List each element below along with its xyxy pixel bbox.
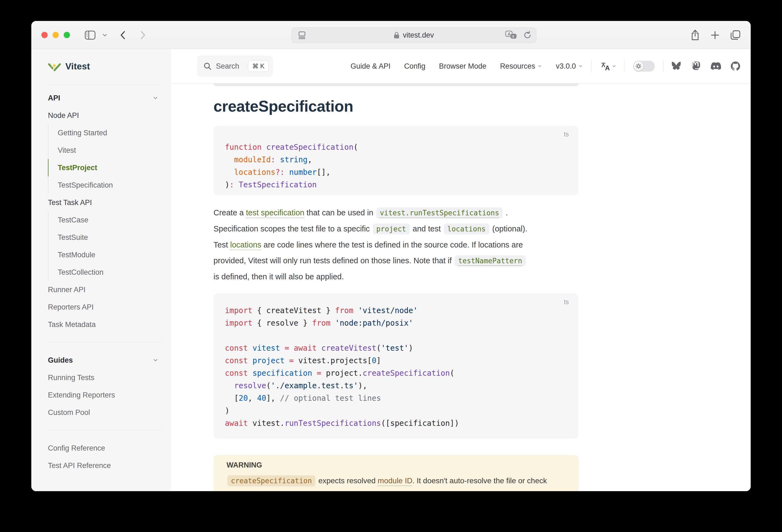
code-line: import { createVitest } from 'vitest/nod… (225, 305, 567, 317)
inline-link-module-id[interactable]: module ID (378, 476, 413, 485)
sidebar-item-custom-pool[interactable]: Custom Pool (31, 404, 171, 421)
doc-content: createSpecification ts function createSp… (171, 83, 751, 491)
github-icon[interactable] (730, 61, 741, 71)
warning-callout: WARNING createSpecification expects reso… (213, 455, 579, 491)
nav-link-v3-0-0[interactable]: v3.0.0 (556, 62, 583, 71)
sidebar-toggle-icon[interactable] (82, 21, 98, 49)
vitest-logo[interactable]: Vitest (48, 59, 90, 74)
text: provided, Vitest will only run tests def… (213, 256, 454, 265)
text: Create a (213, 208, 246, 217)
nav-link-config[interactable]: Config (404, 62, 425, 71)
sidebar-item-runner-api[interactable]: Runner API (31, 281, 171, 298)
nav-divider (625, 60, 625, 73)
sidebar-item-getting-started[interactable]: Getting Started (48, 124, 171, 142)
toolbar-chevron-down-icon[interactable] (100, 21, 110, 49)
window-controls (41, 32, 70, 38)
url-text[interactable]: vitest.dev (403, 31, 434, 39)
nav-divider (663, 60, 663, 73)
search-label: Search (216, 62, 244, 71)
page-title: createSpecification (213, 98, 579, 114)
sidebar-item-node-api[interactable]: Node API (31, 107, 171, 124)
sun-icon (634, 62, 643, 71)
code-line: const vitest = await createVitest('test'… (225, 342, 567, 354)
code-line (225, 329, 567, 342)
inline-code-locations: locations (444, 223, 489, 235)
vitest-logo-icon (48, 60, 61, 73)
code-line: const project = vitest.projects[0] (225, 354, 567, 367)
text: Specification scopes the test file to a … (213, 224, 372, 233)
sidebar-item-testspecification[interactable]: TestSpecification (48, 176, 171, 194)
zoom-window-button[interactable] (64, 32, 70, 38)
share-icon[interactable] (689, 21, 701, 49)
text: expects resolved (316, 476, 378, 485)
sidebar-item-test-api-reference[interactable]: Test API Reference (31, 457, 171, 474)
warning-title: WARNING (226, 460, 566, 470)
tab-overview-icon[interactable] (729, 21, 742, 49)
code-line: ): TestSpecification (225, 179, 567, 191)
discord-icon[interactable] (711, 61, 721, 71)
forward-button[interactable] (136, 21, 149, 49)
sidebar-item-test-task-api[interactable]: Test Task API (31, 194, 171, 211)
search-button[interactable]: Search ⌘ K (197, 56, 273, 77)
sidebar-item-testcase[interactable]: TestCase (48, 211, 171, 229)
svg-text:A: A (605, 64, 610, 71)
inline-code-project: project (373, 223, 410, 235)
sidebar-section-guides[interactable]: Guides (31, 352, 171, 369)
bluesky-icon[interactable] (671, 61, 682, 71)
inline-codelink-vitest-runtestspecifications[interactable]: vitest.runTestSpecifications (376, 208, 503, 218)
theme-toggle[interactable] (633, 61, 655, 72)
nav-link-browser-mode[interactable]: Browser Mode (439, 62, 486, 71)
minimize-window-button[interactable] (52, 32, 59, 38)
language-icon[interactable]: A (600, 61, 616, 71)
svg-text:x̄: x̄ (512, 34, 514, 38)
nav-link-guide-api[interactable]: Guide & API (350, 62, 390, 71)
sidebar-divider (48, 342, 164, 343)
docs-sidebar: Vitest APINode APIGetting StartedVitestT… (31, 49, 171, 491)
sidebar-item-task-metadata[interactable]: Task Metadata (31, 316, 171, 333)
translate-icon[interactable]: A x̄ (505, 31, 518, 40)
address-bar[interactable]: vitest.dev A x̄ (291, 27, 536, 43)
lock-icon (394, 32, 399, 39)
inline-codelink-testnamepattern[interactable]: testNamePattern (455, 255, 526, 266)
svg-text:A: A (507, 32, 511, 36)
sidebar-item-testmodule[interactable]: TestModule (48, 246, 171, 263)
sidebar-item-running-tests[interactable]: Running Tests (31, 369, 171, 386)
search-shortcut: ⌘ K (248, 61, 269, 72)
sidebar-item-testcollection[interactable]: TestCollection (48, 263, 171, 281)
code-line: function createSpecification( (225, 141, 567, 153)
code-block-signature: ts function createSpecification( moduleI… (213, 126, 579, 195)
new-tab-icon[interactable] (709, 21, 721, 49)
text: . It doesn't auto-resolve the file or ch… (413, 476, 547, 485)
back-button[interactable] (116, 21, 129, 49)
top-navbar: Search ⌘ K Guide & APIConfigBrowser Mode… (171, 49, 751, 83)
sidebar-item-testproject[interactable]: TestProject (48, 159, 171, 176)
text: that can be used in (305, 208, 376, 217)
sidebar-item-reporters-api[interactable]: Reporters API (31, 298, 171, 316)
close-window-button[interactable] (41, 32, 48, 38)
sidebar-item-vitest[interactable]: Vitest (48, 142, 171, 159)
reload-icon[interactable] (523, 31, 532, 39)
sidebar-divider (48, 430, 164, 430)
inline-code-createspecification: createSpecification (227, 475, 315, 486)
sidebar-item-config-reference[interactable]: Config Reference (31, 439, 171, 457)
browser-toolbar: vitest.dev A x̄ (31, 21, 751, 49)
code-line: import { resolve } from 'node:path/posix… (225, 317, 567, 329)
mastodon-icon[interactable] (691, 61, 701, 71)
code-line: ) (225, 404, 567, 417)
code-line: resolve('./example.test.ts'), (225, 380, 567, 392)
inline-link-test-specification[interactable]: test specification (246, 208, 304, 217)
inline-link-locations[interactable]: locations (230, 240, 261, 249)
code-lang-badge: ts (564, 131, 569, 138)
nav-link-resources[interactable]: Resources (500, 62, 542, 71)
sidebar-item-extending-reporters[interactable]: Extending Reporters (31, 386, 171, 404)
code-block-example: ts import { createVitest } from 'vitest/… (213, 293, 579, 438)
code-line: locations?: number[], (225, 166, 567, 179)
sidebar-item-testsuite[interactable]: TestSuite (48, 229, 171, 246)
doc-paragraph: Create a test specification that can be … (213, 205, 579, 285)
text: are code lines where the test is defined… (261, 240, 523, 249)
code-line: moduleId: string, (225, 153, 567, 166)
search-icon (203, 62, 212, 70)
sidebar-section-api[interactable]: API (31, 89, 171, 107)
code-line: await vitest.runTestSpecifications([spec… (225, 417, 567, 430)
sidebar-divider (48, 85, 164, 85)
